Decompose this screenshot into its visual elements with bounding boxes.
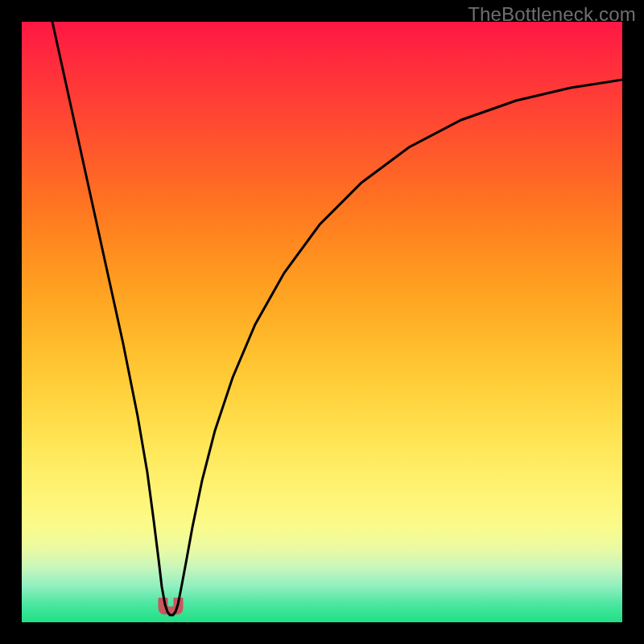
curve-layer [22,22,622,622]
chart-stage: TheBottleneck.com [0,0,644,644]
bottleneck-curve [52,22,622,615]
plot-area [22,22,622,622]
